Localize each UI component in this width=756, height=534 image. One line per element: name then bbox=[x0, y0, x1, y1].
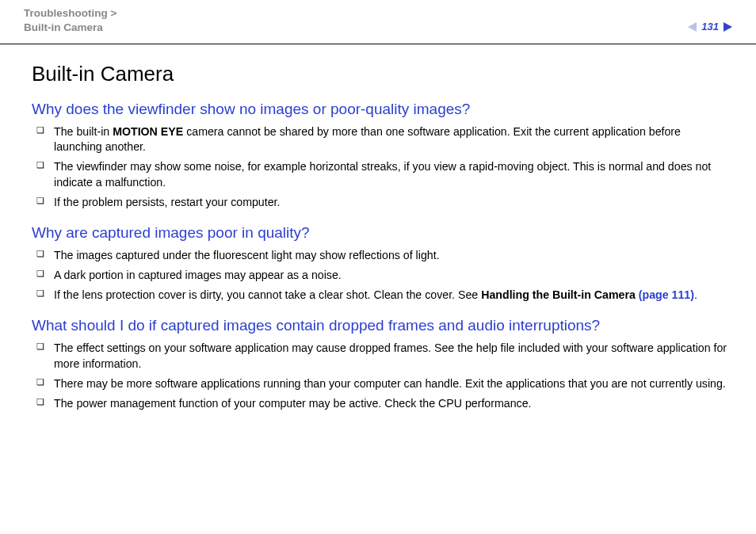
prev-page-icon[interactable] bbox=[688, 22, 697, 32]
list-item: If the problem persists, restart your co… bbox=[32, 195, 728, 210]
list-item: The power management function of your co… bbox=[32, 396, 728, 411]
bold-text: Handling the Built-in Camera bbox=[481, 288, 639, 301]
section-heading: Why are captured images poor in quality? bbox=[32, 224, 728, 242]
list-item: If the lens protection cover is dirty, y… bbox=[32, 288, 728, 303]
list-item: The viewfinder may show some noise, for … bbox=[32, 159, 728, 189]
text-fragment: . bbox=[694, 288, 697, 301]
section-heading: Why does the viewfinder show no images o… bbox=[32, 101, 728, 118]
breadcrumb-section: Troubleshooting bbox=[24, 7, 108, 19]
list-item: The built‑in MOTION EYE camera cannot be… bbox=[32, 124, 728, 154]
bullet-list: The effect settings on your software app… bbox=[32, 341, 728, 411]
document-page: Troubleshooting > Built-in Camera 131 Bu… bbox=[0, 0, 756, 534]
page-reference-link[interactable]: (page 111) bbox=[639, 288, 694, 301]
text-fragment: The built‑in bbox=[54, 125, 113, 138]
section-heading: What should I do if captured images cont… bbox=[32, 317, 728, 334]
list-item: The effect settings on your software app… bbox=[32, 341, 728, 371]
page-content: Built-in Camera Why does the viewfinder … bbox=[0, 44, 756, 411]
page-title: Built-in Camera bbox=[32, 62, 728, 86]
list-item: There may be more software applications … bbox=[32, 376, 728, 391]
breadcrumb-sep: > bbox=[108, 7, 117, 19]
list-item: The images captured under the fluorescen… bbox=[32, 248, 728, 263]
page-nav: 131 bbox=[688, 21, 732, 32]
text-fragment: If the lens protection cover is dirty, y… bbox=[54, 288, 481, 301]
breadcrumb: Troubleshooting > Built-in Camera bbox=[24, 6, 732, 35]
next-page-icon[interactable] bbox=[724, 22, 732, 32]
breadcrumb-page: Built-in Camera bbox=[24, 21, 103, 33]
bullet-list: The images captured under the fluorescen… bbox=[32, 248, 728, 303]
bold-text: MOTION EYE bbox=[113, 125, 183, 138]
bullet-list: The built‑in MOTION EYE camera cannot be… bbox=[32, 124, 728, 210]
page-header: Troubleshooting > Built-in Camera 131 bbox=[0, 0, 756, 44]
list-item: A dark portion in captured images may ap… bbox=[32, 268, 728, 283]
page-number: 131 bbox=[701, 21, 719, 32]
